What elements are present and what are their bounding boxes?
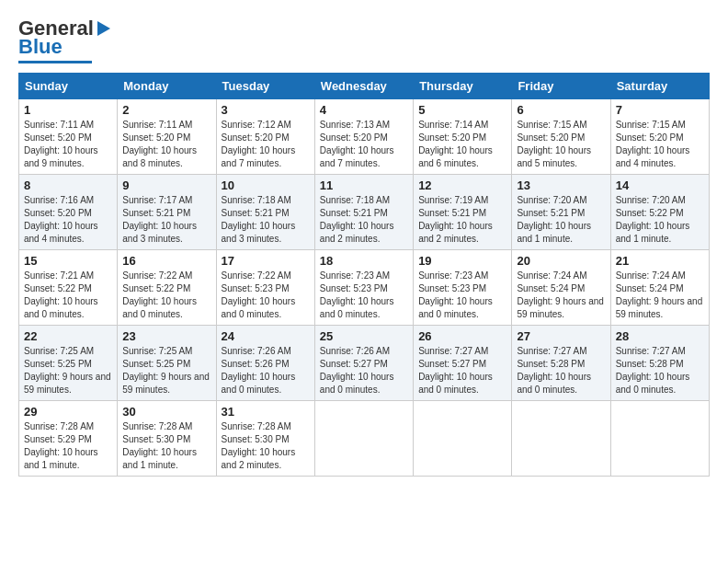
day-info: Sunrise: 7:24 AM Sunset: 5:24 PM Dayligh… — [616, 270, 704, 321]
page-header: General Blue — [18, 18, 710, 63]
weekday-header-thursday: Thursday — [414, 74, 512, 99]
weekday-header-friday: Friday — [512, 74, 610, 99]
day-number: 19 — [418, 254, 506, 268]
day-number: 12 — [418, 178, 506, 192]
calendar-cell: 27 Sunrise: 7:27 AM Sunset: 5:28 PM Dayl… — [512, 326, 610, 401]
calendar-cell: 10 Sunrise: 7:18 AM Sunset: 5:21 PM Dayl… — [216, 175, 314, 250]
calendar-cell — [610, 401, 709, 477]
day-number: 30 — [122, 405, 210, 419]
day-info: Sunrise: 7:20 AM Sunset: 5:21 PM Dayligh… — [517, 194, 605, 246]
calendar-cell: 3 Sunrise: 7:12 AM Sunset: 5:20 PM Dayli… — [216, 99, 314, 175]
day-info: Sunrise: 7:25 AM Sunset: 5:25 PM Dayligh… — [24, 345, 112, 396]
calendar-cell: 26 Sunrise: 7:27 AM Sunset: 5:27 PM Dayl… — [414, 326, 512, 401]
calendar-cell — [314, 401, 413, 477]
day-info: Sunrise: 7:28 AM Sunset: 5:30 PM Dayligh… — [122, 420, 210, 472]
day-number: 8 — [24, 178, 112, 192]
calendar-cell: 5 Sunrise: 7:14 AM Sunset: 5:20 PM Dayli… — [414, 99, 512, 175]
day-info: Sunrise: 7:26 AM Sunset: 5:27 PM Dayligh… — [320, 345, 408, 396]
day-number: 1 — [24, 103, 112, 117]
weekday-header-saturday: Saturday — [610, 74, 709, 99]
day-info: Sunrise: 7:24 AM Sunset: 5:24 PM Dayligh… — [517, 270, 605, 321]
day-info: Sunrise: 7:26 AM Sunset: 5:26 PM Dayligh… — [222, 345, 310, 396]
calendar-cell: 8 Sunrise: 7:16 AM Sunset: 5:20 PM Dayli… — [19, 175, 118, 250]
day-number: 11 — [320, 178, 408, 192]
day-number: 29 — [24, 405, 112, 419]
calendar-cell: 1 Sunrise: 7:11 AM Sunset: 5:20 PM Dayli… — [19, 99, 118, 175]
calendar-cell: 13 Sunrise: 7:20 AM Sunset: 5:21 PM Dayl… — [512, 175, 610, 250]
calendar-week-1: 1 Sunrise: 7:11 AM Sunset: 5:20 PM Dayli… — [19, 99, 710, 175]
day-number: 23 — [122, 329, 210, 343]
logo: General Blue — [18, 18, 110, 63]
day-info: Sunrise: 7:27 AM Sunset: 5:27 PM Dayligh… — [418, 345, 506, 396]
day-number: 7 — [616, 103, 704, 117]
day-number: 5 — [418, 103, 506, 117]
calendar-cell — [512, 401, 610, 477]
day-info: Sunrise: 7:14 AM Sunset: 5:20 PM Dayligh… — [418, 119, 506, 170]
logo-blue: Blue — [18, 35, 63, 59]
calendar-week-2: 8 Sunrise: 7:16 AM Sunset: 5:20 PM Dayli… — [19, 175, 710, 250]
calendar-cell: 23 Sunrise: 7:25 AM Sunset: 5:25 PM Dayl… — [118, 326, 216, 401]
weekday-header-row: SundayMondayTuesdayWednesdayThursdayFrid… — [19, 74, 710, 99]
day-number: 14 — [616, 178, 704, 192]
day-info: Sunrise: 7:22 AM Sunset: 5:23 PM Dayligh… — [222, 270, 310, 321]
calendar-cell: 4 Sunrise: 7:13 AM Sunset: 5:20 PM Dayli… — [314, 99, 413, 175]
day-info: Sunrise: 7:25 AM Sunset: 5:25 PM Dayligh… — [122, 345, 210, 396]
day-number: 4 — [320, 103, 408, 117]
day-number: 10 — [222, 178, 310, 192]
day-number: 22 — [24, 329, 112, 343]
calendar-cell: 18 Sunrise: 7:23 AM Sunset: 5:23 PM Dayl… — [314, 250, 413, 326]
day-info: Sunrise: 7:15 AM Sunset: 5:20 PM Dayligh… — [517, 119, 605, 170]
weekday-header-monday: Monday — [118, 74, 216, 99]
day-info: Sunrise: 7:23 AM Sunset: 5:23 PM Dayligh… — [418, 270, 506, 321]
calendar-cell: 6 Sunrise: 7:15 AM Sunset: 5:20 PM Dayli… — [512, 99, 610, 175]
day-info: Sunrise: 7:16 AM Sunset: 5:20 PM Dayligh… — [24, 194, 112, 246]
weekday-header-wednesday: Wednesday — [314, 74, 413, 99]
day-number: 6 — [517, 103, 605, 117]
day-info: Sunrise: 7:17 AM Sunset: 5:21 PM Dayligh… — [122, 194, 210, 246]
calendar-cell: 7 Sunrise: 7:15 AM Sunset: 5:20 PM Dayli… — [610, 99, 709, 175]
weekday-header-tuesday: Tuesday — [216, 74, 314, 99]
day-number: 13 — [517, 178, 605, 192]
day-info: Sunrise: 7:27 AM Sunset: 5:28 PM Dayligh… — [517, 345, 605, 396]
day-info: Sunrise: 7:19 AM Sunset: 5:21 PM Dayligh… — [418, 194, 506, 246]
day-info: Sunrise: 7:12 AM Sunset: 5:20 PM Dayligh… — [222, 119, 310, 170]
day-number: 27 — [517, 329, 605, 343]
calendar-cell: 9 Sunrise: 7:17 AM Sunset: 5:21 PM Dayli… — [118, 175, 216, 250]
calendar-cell: 2 Sunrise: 7:11 AM Sunset: 5:20 PM Dayli… — [118, 99, 216, 175]
day-number: 2 — [122, 103, 210, 117]
day-info: Sunrise: 7:11 AM Sunset: 5:20 PM Dayligh… — [122, 119, 210, 170]
day-number: 18 — [320, 254, 408, 268]
calendar: SundayMondayTuesdayWednesdayThursdayFrid… — [18, 73, 710, 477]
calendar-cell: 17 Sunrise: 7:22 AM Sunset: 5:23 PM Dayl… — [216, 250, 314, 326]
calendar-week-4: 22 Sunrise: 7:25 AM Sunset: 5:25 PM Dayl… — [19, 326, 710, 401]
weekday-header-sunday: Sunday — [19, 74, 118, 99]
logo-underline — [18, 61, 92, 63]
day-number: 17 — [222, 254, 310, 268]
calendar-cell: 25 Sunrise: 7:26 AM Sunset: 5:27 PM Dayl… — [314, 326, 413, 401]
calendar-cell: 20 Sunrise: 7:24 AM Sunset: 5:24 PM Dayl… — [512, 250, 610, 326]
calendar-cell: 29 Sunrise: 7:28 AM Sunset: 5:29 PM Dayl… — [19, 401, 118, 477]
day-number: 16 — [122, 254, 210, 268]
day-info: Sunrise: 7:18 AM Sunset: 5:21 PM Dayligh… — [222, 194, 310, 246]
day-number: 26 — [418, 329, 506, 343]
calendar-cell: 24 Sunrise: 7:26 AM Sunset: 5:26 PM Dayl… — [216, 326, 314, 401]
day-number: 15 — [24, 254, 112, 268]
day-number: 9 — [122, 178, 210, 192]
day-number: 31 — [222, 405, 310, 419]
day-info: Sunrise: 7:28 AM Sunset: 5:30 PM Dayligh… — [222, 420, 310, 472]
day-info: Sunrise: 7:21 AM Sunset: 5:22 PM Dayligh… — [24, 270, 112, 321]
calendar-cell: 11 Sunrise: 7:18 AM Sunset: 5:21 PM Dayl… — [314, 175, 413, 250]
calendar-cell — [414, 401, 512, 477]
calendar-cell: 15 Sunrise: 7:21 AM Sunset: 5:22 PM Dayl… — [19, 250, 118, 326]
calendar-cell: 30 Sunrise: 7:28 AM Sunset: 5:30 PM Dayl… — [118, 401, 216, 477]
day-info: Sunrise: 7:22 AM Sunset: 5:22 PM Dayligh… — [122, 270, 210, 321]
calendar-cell: 22 Sunrise: 7:25 AM Sunset: 5:25 PM Dayl… — [19, 326, 118, 401]
calendar-cell: 21 Sunrise: 7:24 AM Sunset: 5:24 PM Dayl… — [610, 250, 709, 326]
calendar-week-5: 29 Sunrise: 7:28 AM Sunset: 5:29 PM Dayl… — [19, 401, 710, 477]
day-info: Sunrise: 7:27 AM Sunset: 5:28 PM Dayligh… — [616, 345, 704, 396]
calendar-cell: 31 Sunrise: 7:28 AM Sunset: 5:30 PM Dayl… — [216, 401, 314, 477]
day-number: 3 — [222, 103, 310, 117]
calendar-week-3: 15 Sunrise: 7:21 AM Sunset: 5:22 PM Dayl… — [19, 250, 710, 326]
day-info: Sunrise: 7:11 AM Sunset: 5:20 PM Dayligh… — [24, 119, 112, 170]
day-number: 25 — [320, 329, 408, 343]
